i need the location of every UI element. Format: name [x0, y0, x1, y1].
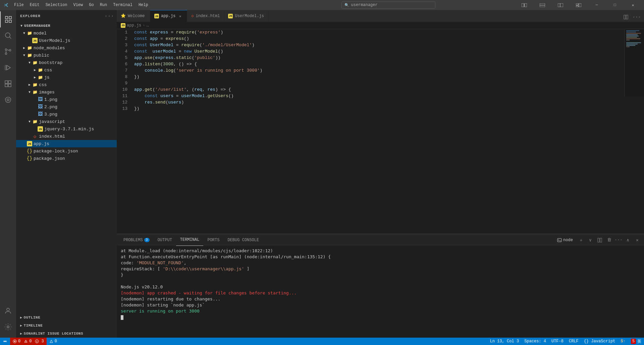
tree-file-index-html[interactable]: ▶ ◇ index.html — [16, 133, 117, 140]
more-actions-btn[interactable]: ··· — [632, 12, 641, 22]
layout-icon3[interactable] — [553, 0, 568, 10]
panel-tab-problems[interactable]: PROBLEMS 3 — [119, 234, 154, 246]
tree-dir-images[interactable]: ▼ 📁 images — [16, 88, 117, 96]
status-eol[interactable]: CRLF — [566, 338, 581, 345]
tree-dir-public[interactable]: ▼ 📁 public — [16, 52, 117, 59]
tab-usermodel-js[interactable]: JS UserModel.js — [224, 10, 268, 22]
tree-dir-bootstrap[interactable]: ▼ 📁 bootstrap — [16, 59, 117, 66]
node-modules-icon: 📁 — [27, 45, 32, 51]
status-ime[interactable]: S 英 — [628, 338, 644, 345]
svg-point-26 — [7, 308, 9, 311]
tree-file-usermodel[interactable]: ▶ JS UserModel.js — [16, 37, 117, 44]
menu-file[interactable]: File — [11, 2, 26, 8]
activity-search[interactable] — [0, 27, 16, 44]
panel-tab-debug[interactable]: DEBUG CONSOLE — [223, 234, 263, 246]
panel-more-btn[interactable]: ··· — [614, 236, 623, 244]
activity-explorer[interactable] — [0, 11, 16, 27]
breadcrumb-file-icon: JS — [121, 23, 125, 28]
minimize-button[interactable]: ─ — [589, 0, 604, 10]
activity-accounts[interactable] — [0, 303, 16, 319]
tree-root-usermanager[interactable]: ▼ USERMANAGER — [16, 22, 117, 29]
tree-dir-css[interactable]: ▶ 📁 css — [16, 81, 117, 88]
line-num-6: 6 — [117, 61, 133, 67]
line-num-5: 5 — [117, 55, 133, 61]
close-button[interactable]: ✕ — [625, 0, 641, 10]
panel-tab-output[interactable]: OUTPUT — [154, 234, 176, 246]
line-num-4: 4 — [117, 48, 133, 55]
status-encoding[interactable]: UTF-8 — [549, 338, 566, 345]
status-spaces[interactable]: Spaces: 4 — [522, 338, 549, 345]
menu-view[interactable]: View — [70, 2, 86, 8]
tab-welcome[interactable]: ⭐ Welcome — [117, 10, 150, 22]
kill-terminal-btn[interactable]: 🗑 — [605, 236, 613, 244]
title-bar: File Edit Selection View Go Run Terminal… — [0, 0, 644, 10]
menu-run[interactable]: Run — [97, 2, 110, 8]
tree-file-1png[interactable]: ▶ 🖼 1.png — [16, 96, 117, 103]
index-html-tab-label: index.html — [196, 14, 220, 18]
panel-maximize-btn[interactable]: ∧ — [624, 236, 632, 244]
activity-source-control[interactable] — [0, 44, 16, 60]
activity-settings[interactable] — [0, 319, 16, 335]
status-line-col[interactable]: Ln 13, Col 3 — [487, 338, 522, 345]
terminal-dropdown-btn[interactable]: ∨ — [586, 236, 594, 244]
minimap[interactable] — [625, 29, 644, 96]
status-language[interactable]: {} JavaScript — [581, 338, 618, 345]
tree-file-package-lock[interactable]: ▶ {} package-lock.json — [16, 147, 117, 155]
restore-button[interactable]: □ — [607, 0, 623, 10]
term-line-9: [nodemon] restarting due to changes... — [121, 296, 640, 302]
tree-file-package-json[interactable]: ▶ {} package.json — [16, 155, 117, 162]
menu-selection[interactable]: Selection — [43, 2, 70, 8]
activity-extensions[interactable] — [0, 76, 16, 92]
usermodel-js-tab-label: UserModel.js — [235, 14, 264, 18]
tree-file-app-js[interactable]: ▶ JS app.js — [16, 140, 117, 147]
tree-file-2png[interactable]: ▶ 🖼 2.png — [16, 103, 117, 111]
line-num-13: 13 — [117, 106, 133, 112]
tree-dir-bootstrap-js[interactable]: ▶ 📁 js — [16, 74, 117, 81]
term-line-5: } — [121, 272, 640, 278]
customize-layout-btn[interactable] — [571, 0, 586, 10]
section-sonarlint[interactable]: ▶ SONARLINT ISSUE LOCATIONS — [16, 330, 117, 338]
tree-dir-javascript[interactable]: ▼ 📁 javascript — [16, 118, 117, 125]
activity-remote[interactable] — [0, 92, 16, 108]
tab-index-html[interactable]: ◇ index.html — [187, 10, 224, 22]
outline-label: OUTLINE — [24, 316, 41, 320]
usermodel-js-tab-icon: JS — [228, 14, 233, 18]
panel-tab-ports[interactable]: PORTS — [203, 234, 223, 246]
status-remote[interactable] — [0, 338, 10, 345]
new-terminal-btn[interactable]: ＋ — [577, 236, 585, 244]
section-timeline[interactable]: ▶ TIMELINE — [16, 322, 117, 330]
layout-icon2[interactable] — [535, 0, 550, 10]
split-terminal-btn[interactable] — [596, 236, 604, 244]
split-editor-btn[interactable] — [621, 12, 631, 22]
tree-dir-bootstrap-css[interactable]: ▶ 📁 css — [16, 66, 117, 74]
status-warnings2[interactable]: 0 — [47, 338, 60, 345]
tree-dir-node-modules[interactable]: ▶ 📁 node_modules — [16, 44, 117, 52]
tab-app-js[interactable]: JS app.js ✕ — [150, 10, 187, 22]
menu-go[interactable]: Go — [86, 2, 96, 8]
section-outline[interactable]: ▶ OUTLINE — [16, 314, 117, 322]
code-line-10: 10 app.get('/user/list', (req, res) => { — [117, 86, 644, 93]
layout-icon1[interactable] — [517, 0, 532, 10]
tree-file-jquery[interactable]: ▶ JS jquery-3.7.1.min.js — [16, 125, 117, 133]
sidebar-more-actions[interactable]: ··· — [106, 13, 113, 19]
bootstrap-css-icon: 📁 — [38, 67, 43, 73]
output-label: OUTPUT — [158, 238, 172, 243]
activity-bar — [0, 10, 16, 338]
line-content-7: console.log('server is running on port 3… — [133, 67, 644, 74]
terminal-content[interactable]: at Module._load (node:internal/modules/c… — [117, 246, 644, 338]
tree-dir-model[interactable]: ▼ 📁 model — [16, 29, 117, 37]
menu-terminal[interactable]: Terminal — [110, 2, 135, 8]
code-editor[interactable]: 1 const express = require('express') 2 c… — [117, 29, 644, 234]
status-sonarlint[interactable]: S↑ — [618, 338, 628, 345]
menu-edit[interactable]: Edit — [27, 2, 42, 8]
panel-tab-terminal[interactable]: TERMINAL — [176, 234, 204, 246]
global-search-bar[interactable]: 🔍 usermanager — [341, 1, 435, 9]
svg-rect-4 — [558, 3, 563, 7]
status-errors[interactable]: 0 0 3 — [10, 338, 47, 345]
app-js-tab-close[interactable]: ✕ — [177, 13, 183, 19]
panel-close-btn[interactable]: ✕ — [633, 236, 641, 244]
activity-run[interactable] — [0, 60, 16, 76]
timeline-label: TIMELINE — [24, 324, 43, 328]
tree-file-3png[interactable]: ▶ 🖼 3.png — [16, 111, 117, 118]
menu-help[interactable]: Help — [136, 2, 151, 8]
